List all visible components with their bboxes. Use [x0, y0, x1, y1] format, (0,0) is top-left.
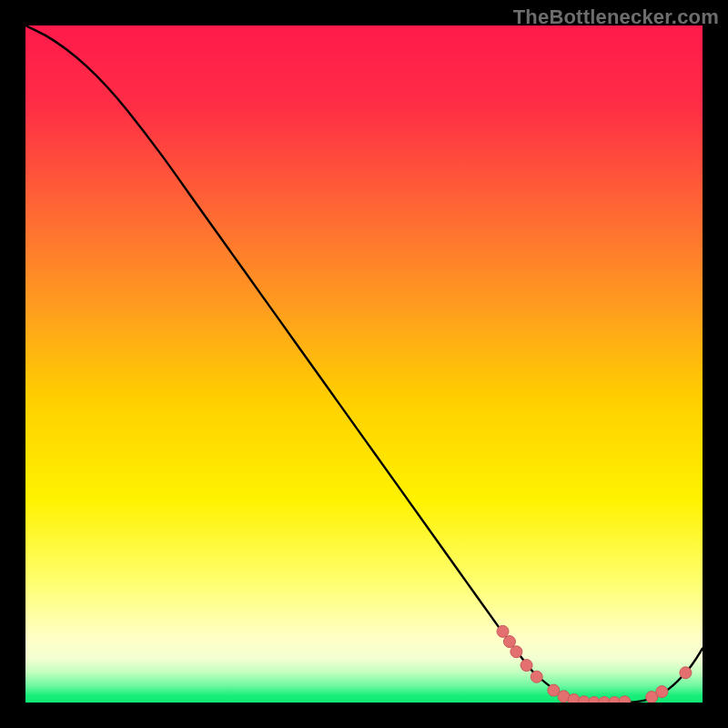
- plot-area: [25, 25, 703, 703]
- curve-marker: [531, 671, 542, 682]
- curve-marker: [521, 660, 532, 672]
- bottleneck-curve: [25, 25, 703, 703]
- curve-marker: [511, 646, 522, 658]
- curve-path: [25, 25, 703, 703]
- curve-marker: [656, 686, 668, 698]
- chart-stage: TheBottlenecker.com: [0, 0, 728, 728]
- curve-marker: [497, 625, 509, 637]
- watermark-text: TheBottlenecker.com: [513, 5, 719, 29]
- curve-markers: [497, 625, 692, 703]
- curve-marker: [619, 696, 631, 703]
- curve-marker: [503, 636, 515, 648]
- curve-marker: [680, 667, 692, 679]
